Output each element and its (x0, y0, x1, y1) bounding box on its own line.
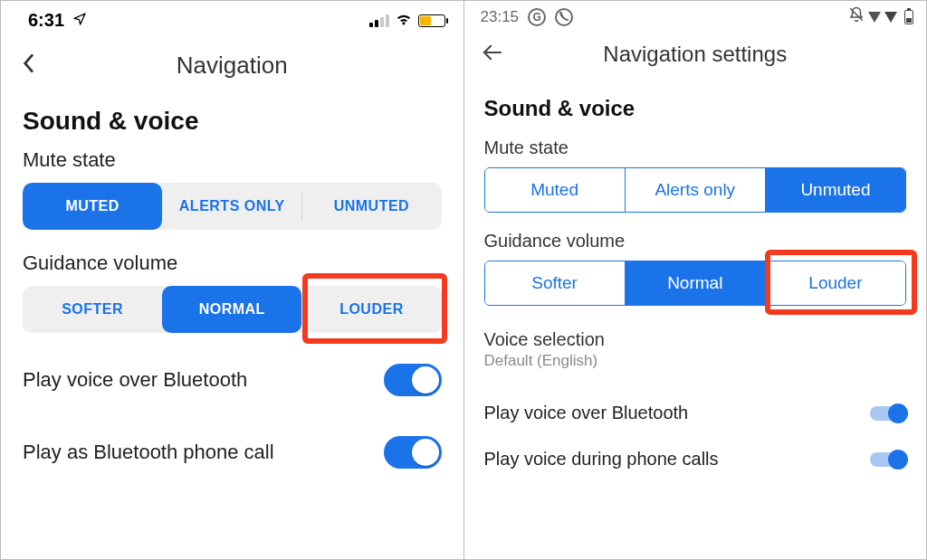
voice-selection-value: Default (English) (484, 352, 907, 370)
android-panel: 23:15 G Navigation settings (464, 1, 927, 559)
section-sound-voice: Sound & voice (23, 107, 442, 136)
play-voice-bt-label: Play voice over Bluetooth (484, 403, 689, 423)
play-during-calls-label: Play voice during phone calls (484, 449, 719, 470)
play-voice-bt-toggle[interactable] (384, 364, 442, 396)
section-sound-voice: Sound & voice (484, 96, 907, 121)
location-arrow-icon (72, 10, 87, 31)
ios-time: 6:31 (28, 10, 87, 31)
page-title: Navigation settings (506, 42, 885, 67)
mute-state-segment: Muted Alerts only Unmuted (484, 167, 907, 213)
google-status-icon: G (528, 8, 546, 26)
mute-option-unmuted[interactable]: Unmuted (765, 168, 905, 212)
guidance-volume-segment: Softer Normal Louder (484, 261, 907, 306)
cell-signal-icon (369, 14, 389, 27)
dnd-icon (848, 6, 865, 27)
guidance-option-softer[interactable]: Softer (485, 261, 625, 305)
play-bt-call-label: Play as Bluetooth phone call (23, 441, 274, 464)
guidance-volume-segment: SOFTER NORMAL LOUDER (23, 286, 442, 333)
voice-selection-label: Voice selection (484, 329, 907, 350)
signal-icon (868, 12, 881, 23)
guidance-option-normal[interactable]: NORMAL (162, 286, 301, 333)
play-voice-bt-label: Play voice over Bluetooth (23, 368, 247, 392)
guidance-volume-label: Guidance volume (23, 252, 442, 275)
signal2-icon (884, 12, 897, 23)
back-chevron-icon[interactable] (21, 51, 44, 80)
play-voice-bt-toggle[interactable] (870, 406, 906, 421)
play-bt-call-toggle[interactable] (384, 436, 442, 469)
ios-time-text: 6:31 (28, 10, 64, 30)
mute-option-alerts[interactable]: ALERTS ONLY (162, 183, 301, 230)
play-during-calls-toggle[interactable] (870, 452, 906, 467)
back-arrow-icon[interactable] (483, 42, 506, 67)
mute-option-unmuted[interactable]: UNMUTED (301, 183, 441, 230)
guidance-option-louder[interactable]: Louder (765, 261, 905, 305)
page-title: Navigation (44, 52, 420, 80)
android-battery-icon (904, 10, 913, 24)
mute-state-label: Mute state (23, 148, 442, 172)
android-status-bar: 23:15 G (464, 1, 927, 29)
guidance-option-normal[interactable]: Normal (625, 261, 765, 305)
mute-option-muted[interactable]: Muted (485, 168, 625, 212)
mute-state-label: Mute state (484, 138, 907, 158)
android-header: Navigation settings (464, 29, 927, 74)
guidance-volume-label: Guidance volume (484, 231, 907, 252)
battery-icon (418, 14, 445, 27)
ios-panel: 6:31 Navigation Sound & voice Mu (1, 1, 464, 559)
mute-option-muted[interactable]: MUTED (23, 183, 162, 230)
ios-header: Navigation (1, 31, 464, 89)
android-time: 23:15 (481, 8, 520, 26)
mute-state-segment: MUTED ALERTS ONLY UNMUTED (23, 183, 442, 230)
guidance-option-softer[interactable]: SOFTER (23, 286, 162, 333)
wifi-icon (395, 10, 413, 31)
voice-selection-row[interactable]: Voice selection Default (English) (484, 329, 907, 370)
ios-status-bar: 6:31 (1, 1, 464, 31)
phone-status-icon (555, 8, 573, 26)
guidance-option-louder[interactable]: LOUDER (301, 286, 441, 333)
mute-option-alerts[interactable]: Alerts only (625, 168, 765, 212)
